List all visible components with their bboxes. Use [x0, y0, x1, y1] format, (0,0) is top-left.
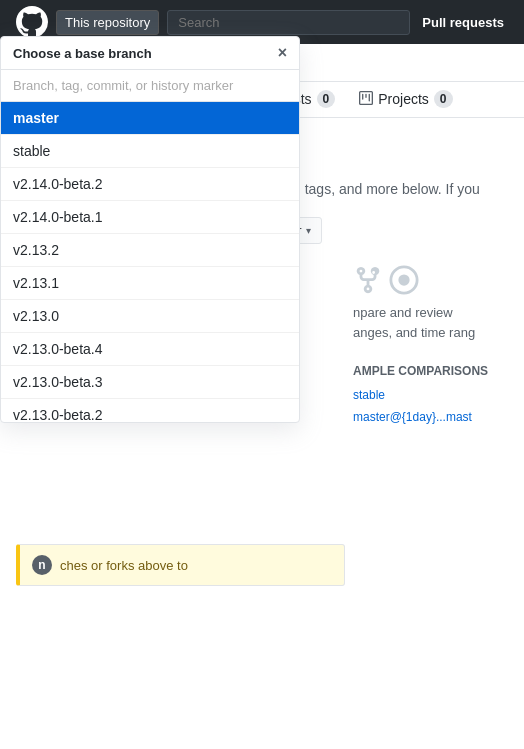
branch-search-input[interactable] — [1, 70, 299, 102]
header-search-input[interactable] — [167, 10, 410, 35]
branch-list-item[interactable]: master — [1, 102, 299, 135]
dropdown-header: Choose a base branch × — [1, 37, 299, 70]
projects-icon — [359, 91, 373, 108]
right-description: npare and review — [353, 303, 508, 323]
branch-list-item[interactable]: v2.13.0-beta.2 — [1, 399, 299, 422]
example-link-master[interactable]: master@{1day}...mast — [353, 408, 508, 426]
base-branch-popup: Choose a base branch × masterstablev2.14… — [0, 36, 300, 423]
compare-row: base: master ▾ ... compare: master ▾ Cho… — [16, 217, 508, 602]
dropdown-title: Choose a base branch — [13, 46, 152, 61]
branch-list-item[interactable]: v2.13.0-beta.3 — [1, 366, 299, 399]
pull-requests-badge: 0 — [317, 90, 336, 108]
svg-point-1 — [398, 274, 409, 285]
example-comparisons-label: AMPLE COMPARISONS — [353, 362, 508, 380]
hint-text: ches or forks above to — [60, 558, 188, 573]
tab-projects-label: Projects — [378, 91, 429, 107]
branch-list-item[interactable]: v2.13.2 — [1, 234, 299, 267]
compare-right-panel: npare and review anges, and time rang AM… — [353, 217, 508, 430]
compare-left: base: master ▾ ... compare: master ▾ Cho… — [16, 217, 345, 602]
fork-icons — [353, 265, 508, 295]
dropdown-close-button[interactable]: × — [278, 45, 287, 61]
main-content: Compare changes Compare changes across b… — [0, 118, 524, 618]
branch-list-item[interactable]: v2.13.1 — [1, 267, 299, 300]
compare-branch-caret: ▾ — [306, 225, 311, 236]
right-description2: anges, and time rang — [353, 323, 508, 343]
github-logo — [16, 6, 48, 38]
branch-list-item[interactable]: v2.13.0-beta.4 — [1, 333, 299, 366]
repo-scope-button[interactable]: This repository — [56, 10, 159, 35]
hint-icon: n — [32, 555, 52, 575]
tab-projects[interactable]: Projects 0 — [347, 82, 464, 118]
projects-badge: 0 — [434, 90, 453, 108]
branch-list: masterstablev2.14.0-beta.2v2.14.0-beta.1… — [1, 102, 299, 422]
example-link-stable[interactable]: stable — [353, 386, 508, 404]
pull-requests-nav-link[interactable]: Pull requests — [418, 15, 508, 30]
circle-icon — [389, 265, 419, 295]
branch-list-item[interactable]: stable — [1, 135, 299, 168]
fork-icon — [353, 265, 383, 295]
hint-box: n ches or forks above to — [16, 544, 345, 586]
branch-list-item[interactable]: v2.14.0-beta.1 — [1, 201, 299, 234]
branch-list-item[interactable]: v2.13.0 — [1, 300, 299, 333]
branch-list-item[interactable]: v2.14.0-beta.2 — [1, 168, 299, 201]
